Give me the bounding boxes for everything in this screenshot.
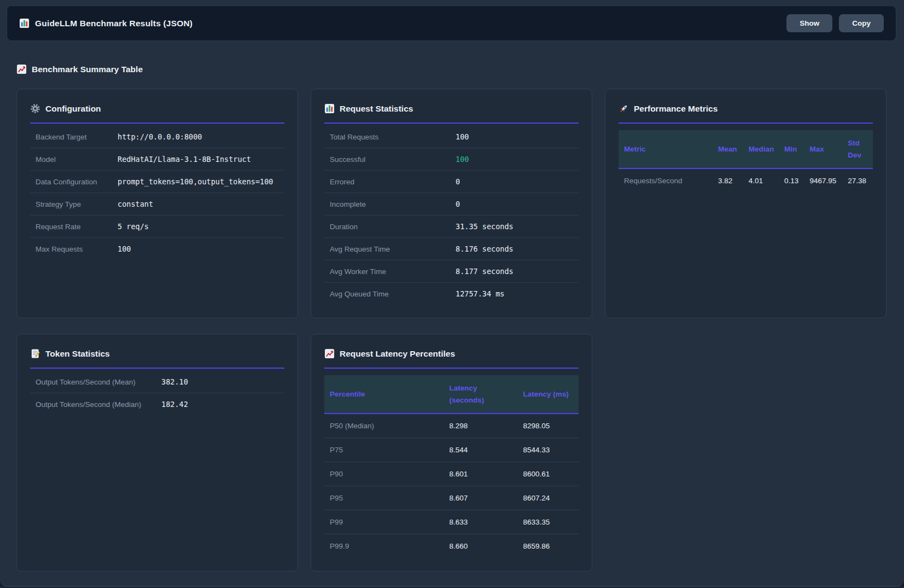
chart-increasing-icon: [16, 64, 27, 74]
kv-value: 100: [456, 132, 469, 141]
card-title: Token Statistics: [30, 345, 284, 369]
bar-chart-icon: [19, 18, 30, 28]
value-cell: 8.607: [444, 486, 518, 510]
copy-button[interactable]: Copy: [839, 14, 884, 32]
column-header: Max: [804, 130, 842, 168]
card-title-text: Request Latency Percentiles: [340, 349, 455, 359]
kv-row: Total Requests100: [324, 126, 579, 148]
performance-metrics-card: Performance Metrics MetricMeanMedianMinM…: [605, 89, 886, 318]
row-label-cell: P99: [324, 510, 444, 534]
value-cell: 3.82: [713, 168, 743, 193]
kv-value: 31.35 seconds: [456, 222, 514, 231]
kv-row: Avg Request Time8.176 seconds: [324, 238, 579, 260]
token-statistics-list: Output Tokens/Second (Mean)382.10Output …: [30, 371, 284, 415]
kv-value: 8.177 seconds: [456, 267, 514, 276]
title-wrap: GuideLLM Benchmark Results (JSON): [19, 18, 193, 28]
value-cell: 8.601: [444, 462, 518, 486]
kv-label: Output Tokens/Second (Mean): [36, 378, 161, 386]
row-label-cell: Requests/Second: [619, 168, 713, 193]
kv-label: Data Configuration: [36, 178, 118, 186]
configuration-card: Configuration Backend Targethttp://0.0.0…: [16, 89, 298, 318]
kv-value: prompt_tokens=100,output_tokens=100: [118, 177, 273, 186]
kv-row: ModelRedHatAI/Llama-3.1-8B-Instruct: [30, 148, 284, 171]
column-header: Latency (ms): [517, 375, 579, 414]
column-header: Percentile: [324, 375, 444, 414]
table-row: P50 (Median)8.2988298.05: [324, 414, 579, 438]
kv-label: Output Tokens/Second (Median): [36, 400, 161, 409]
kv-row: Duration31.35 seconds: [324, 216, 579, 238]
kv-label: Max Requests: [36, 245, 118, 253]
memo-icon: [30, 348, 40, 359]
value-cell: 8607.24: [517, 486, 579, 510]
kv-value: 5 req/s: [118, 222, 149, 231]
kv-value: RedHatAI/Llama-3.1-8B-Instruct: [118, 155, 251, 164]
section-title: Benchmark Summary Table: [32, 65, 143, 74]
kv-label: Model: [36, 155, 118, 164]
card-title-text: Request Statistics: [340, 104, 413, 114]
table-header-row: PercentileLatency (seconds)Latency (ms): [324, 375, 579, 414]
value-cell: 8633.35: [517, 510, 579, 534]
kv-value: 100: [118, 244, 131, 253]
configuration-list: Backend Targethttp://0.0.0.0:8000ModelRe…: [30, 126, 284, 260]
value-cell: 8.660: [444, 534, 518, 558]
column-header: Latency (seconds): [444, 375, 518, 414]
gear-icon: [30, 103, 40, 114]
value-cell: 8659.86: [517, 534, 579, 558]
card-title-text: Performance Metrics: [634, 104, 718, 114]
kv-label: Duration: [330, 223, 456, 231]
kv-value: 100: [456, 155, 469, 164]
chart-increasing-icon: [324, 348, 335, 359]
bar-chart-icon: [324, 103, 335, 114]
kv-label: Successful: [330, 155, 456, 164]
value-cell: 8600.61: [517, 462, 579, 486]
kv-row: Output Tokens/Second (Mean)382.10: [30, 371, 284, 393]
kv-row: Data Configurationprompt_tokens=100,outp…: [30, 171, 284, 193]
column-header: Std Dev: [842, 130, 873, 168]
kv-row: Request Rate5 req/s: [30, 216, 284, 238]
value-cell: 8544.33: [517, 438, 579, 462]
value-cell: 8.633: [444, 510, 518, 534]
kv-value: 182.42: [161, 400, 188, 409]
kv-label: Request Rate: [36, 223, 118, 231]
show-button[interactable]: Show: [786, 14, 832, 32]
kv-row: Output Tokens/Second (Median)182.42: [30, 393, 284, 415]
rocket-icon: [619, 103, 629, 114]
table-row: P99.98.6608659.86: [324, 534, 579, 558]
page-title: GuideLLM Benchmark Results (JSON): [35, 19, 193, 28]
kv-label: Avg Queued Time: [330, 290, 456, 298]
kv-value: 0: [456, 200, 460, 208]
card-title: Configuration: [30, 100, 284, 124]
row-label-cell: P99.9: [324, 534, 444, 558]
kv-label: Incomplete: [330, 200, 456, 208]
kv-label: Total Requests: [330, 133, 456, 141]
row-label-cell: P95: [324, 486, 444, 510]
content-area: Benchmark Summary Table Configuration Ba…: [7, 64, 896, 572]
kv-value: constant: [118, 200, 153, 208]
column-header: Mean: [713, 130, 743, 168]
value-cell: 8298.05: [517, 414, 579, 438]
value-cell: 27.38: [842, 168, 873, 193]
column-header: Median: [743, 130, 779, 168]
table-row: P958.6078607.24: [324, 486, 579, 510]
kv-value: 382.10: [161, 377, 188, 386]
row-label-cell: P50 (Median): [324, 414, 444, 438]
kv-row: Successful100: [324, 148, 579, 171]
card-title-text: Token Statistics: [45, 349, 110, 359]
column-header: Min: [779, 130, 804, 168]
table-row: P908.6018600.61: [324, 462, 579, 486]
table-row: P758.5448544.33: [324, 438, 579, 462]
cards-grid: Configuration Backend Targethttp://0.0.0…: [16, 89, 886, 572]
kv-value: 0: [456, 177, 460, 186]
row-label-cell: P75: [324, 438, 444, 462]
latency-percentiles-card: Request Latency Percentiles PercentileLa…: [311, 334, 592, 572]
kv-value: 8.176 seconds: [456, 244, 514, 253]
kv-label: Errored: [330, 178, 456, 186]
value-cell: 8.544: [444, 438, 518, 462]
card-title-text: Configuration: [45, 104, 101, 114]
row-label-cell: P90: [324, 462, 444, 486]
table-row: Requests/Second3.824.010.139467.9527.38: [619, 168, 873, 193]
request-statistics-list: Total Requests100Successful100Errored0In…: [324, 126, 579, 305]
table-header-row: MetricMeanMedianMinMaxStd Dev: [619, 130, 873, 168]
card-title: Request Latency Percentiles: [324, 345, 579, 369]
kv-label: Backend Target: [36, 133, 118, 141]
